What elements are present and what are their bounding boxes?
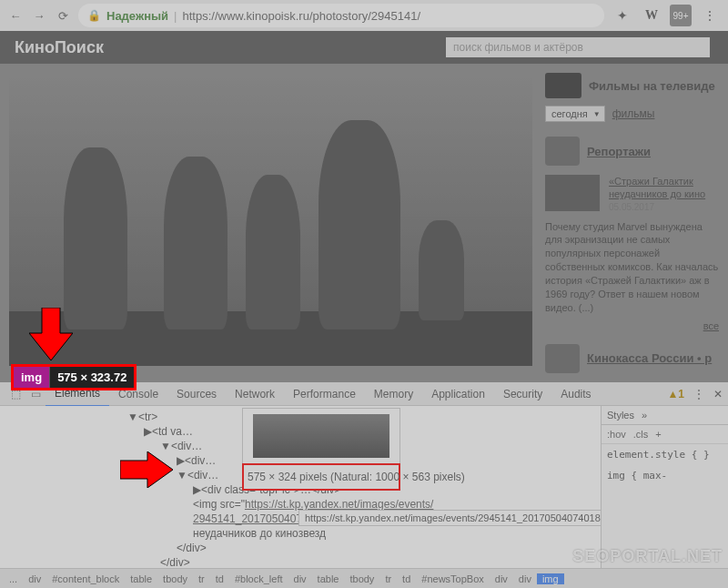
lock-icon: 🔒 [87,9,101,22]
crumb[interactable]: table [125,573,157,584]
inspector-element-tooltip: img 575 × 323.72 [11,364,136,390]
url-text: https://www.kinopoisk.ru/photostory/2945… [182,9,420,23]
crumb[interactable]: tbody [157,573,193,584]
report-paragraph: Почему студия Marvel вынуждена для экран… [545,220,719,315]
tab-performance[interactable]: Performance [284,382,365,406]
styles-tab[interactable]: Styles [607,410,634,421]
report-item-title: «Стражи Галактик [609,175,705,188]
tab-security[interactable]: Security [494,382,551,406]
report-thumb [545,175,600,211]
crumb[interactable]: tr [193,573,210,584]
dom-node[interactable]: </div> [9,541,601,555]
tooltip-tag: img [14,367,50,388]
tv-section-title: Фильмы на телевиде [589,79,715,93]
style-rule[interactable]: img { max- [602,465,728,486]
crumb[interactable]: table [312,573,345,584]
crumb[interactable]: #block_left [229,573,288,584]
forward-button[interactable]: → [31,7,47,24]
tab-sources[interactable]: Sources [167,382,226,406]
styles-chevron-icon[interactable]: » [642,410,647,421]
address-bar[interactable]: 🔒 Надежный | https://www.kinopoisk.ru/ph… [78,4,604,27]
crumb[interactable]: #content_block [46,573,125,584]
films-link[interactable]: фильмы [612,107,655,120]
wiki-extension-icon[interactable]: W [641,5,662,26]
crumb[interactable]: td [210,573,229,584]
crumb[interactable]: div [23,573,46,584]
page-content: КиноПоиск поиск фильмов и актёров Фильмы… [0,31,728,382]
image-preview-popup: 575 × 324 pixels (Natural: 1000 × 563 pi… [242,408,400,491]
hero-image[interactable] [9,71,532,366]
date-select[interactable]: сегодня [545,106,605,122]
site-header: КиноПоиск поиск фильмов и актёров [0,31,728,64]
warning-badge[interactable]: ▲1 [667,388,684,400]
tv-icon [545,73,581,98]
dom-node[interactable]: неудачников до кинозвезд [9,526,601,541]
crumb[interactable]: div [288,573,312,584]
crumb[interactable]: div [490,573,513,584]
kinokassa-title[interactable]: Кинокасса России • р [587,351,712,365]
report-item-sub: неудачников до кино [609,188,705,200]
report-item[interactable]: «Стражи Галактик неудачников до кино 05.… [545,175,719,213]
preview-thumbnail [253,414,389,458]
crumb-selected[interactable]: img [537,573,564,584]
camera-icon [545,137,580,166]
crumb[interactable]: ... [4,573,23,584]
tooltip-dimensions: 575 × 323.72 [50,367,134,388]
reload-button[interactable]: ⟳ [55,7,71,24]
crumb[interactable]: td [397,573,416,584]
site-logo[interactable]: КиноПоиск [15,38,104,57]
dom-tree[interactable]: ▼<tr> ▶<td va… ▼<div… ▶<div… ▼<div… ▶<di… [0,406,601,568]
menu-icon[interactable]: ⋮ [699,5,721,26]
url-tooltip: https://st.kp.yandex.net/images/events/2… [298,510,601,526]
tab-memory[interactable]: Memory [365,382,422,406]
breadcrumb-trail: ... div #content_block table tbody tr td… [0,568,728,588]
extension-icon[interactable]: ✦ [612,5,633,26]
style-rule[interactable]: element.style { } [602,444,728,465]
preview-dimensions: 575 × 324 pixels (Natural: 1000 × 563 pi… [242,463,400,491]
dom-node[interactable]: </div> [9,555,601,568]
all-link[interactable]: все [545,320,719,331]
badge-extension-icon[interactable]: 99+ [670,5,692,26]
back-button[interactable]: ← [7,7,24,24]
hero-image-container [9,71,532,373]
tab-audits[interactable]: Audits [551,382,600,406]
cls-toggle[interactable]: .cls [633,429,649,440]
crumb[interactable]: tr [379,573,397,584]
browser-toolbar: ← → ⟳ 🔒 Надежный | https://www.kinopoisk… [0,0,728,31]
watermark: SEOPORTAL.NET [572,547,723,566]
reports-title[interactable]: Репортажи [587,145,651,158]
report-item-date: 05.05.2017 [609,201,705,213]
money-icon [545,344,580,373]
hov-toggle[interactable]: :hov [607,429,626,440]
styles-panel: Styles » :hov .cls + element.style { } i… [601,406,728,568]
tab-application[interactable]: Application [422,382,494,406]
tab-network[interactable]: Network [226,382,284,406]
search-input[interactable]: поиск фильмов и актёров [446,37,710,57]
secure-label: Надежный [106,9,168,23]
add-rule-icon[interactable]: + [655,429,661,440]
annotation-arrow-down [29,308,73,360]
crumb[interactable]: div [513,573,537,584]
sidebar: Фильмы на телевиде сегодня фильмы Репорт… [545,71,719,373]
crumb[interactable]: tbody [344,573,379,584]
annotation-arrow-right [120,451,173,488]
devtools-close-icon[interactable]: ✕ [713,388,723,400]
devtools-menu-icon[interactable]: ⋮ [693,388,704,400]
crumb[interactable]: #newsTopBox [416,573,490,584]
